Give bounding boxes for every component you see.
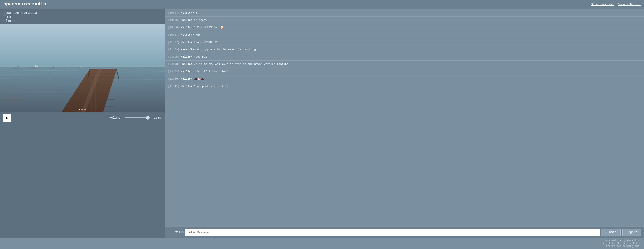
svg-point-16 xyxy=(76,67,82,69)
show-schedule-link[interactable]: Show schedule xyxy=(618,3,641,6)
svg-point-8 xyxy=(13,67,20,69)
chat-message: [04:08] <mills> mebe, if i have time! xyxy=(165,68,644,76)
svg-point-11 xyxy=(29,67,38,69)
message-time: [11:30] xyxy=(168,77,181,81)
slide-dot-3[interactable] xyxy=(84,109,86,110)
message-user: <mills> xyxy=(181,63,192,66)
message-time: [04:08] xyxy=(168,70,181,73)
message-text: MERRY CHRISTMAS 🎅 xyxy=(192,26,224,29)
volume-slider-container xyxy=(125,117,150,118)
right-panel: [10:34] <steven> : )[10:35] <mills> oh h… xyxy=(165,9,644,238)
message-text: 🎩👀🎩 xyxy=(192,77,204,81)
message-text: mebe, if i have time! xyxy=(192,70,228,73)
show-userlist-link[interactable]: Show userlist xyxy=(591,3,614,6)
chat-input-area: mills Submit Logout xyxy=(165,227,644,238)
chat-username: mills xyxy=(167,231,184,234)
footer-source-link[interactable]: here. xyxy=(633,242,641,245)
message-time: [11:07] xyxy=(168,41,181,44)
svg-point-19 xyxy=(98,68,102,69)
message-user: <mills> xyxy=(181,41,192,44)
chat-message: [11:41] <mills> New updates are live! xyxy=(165,83,644,90)
message-input[interactable] xyxy=(186,228,600,236)
player-controls: ▶ Volume 100% xyxy=(0,112,165,124)
footer: made with ♥ by dmamills. checkout the so… xyxy=(0,238,644,249)
message-user: <mills> xyxy=(181,26,192,29)
chat-message: [10:35] <mills> oh haaay xyxy=(165,17,644,24)
message-user: <scruffy> xyxy=(181,48,196,51)
slide-dot-2[interactable] xyxy=(82,109,83,110)
site-title: opensourceradio xyxy=(3,2,46,7)
message-text: WHY xyxy=(194,33,200,37)
slide-dot-1[interactable] xyxy=(78,109,80,110)
svg-rect-9 xyxy=(18,66,18,69)
message-time: [10:57] xyxy=(168,33,181,37)
chat-messages[interactable]: [10:34] <steven> : )[10:35] <mills> oh h… xyxy=(165,9,644,227)
volume-thumb[interactable] xyxy=(146,116,150,120)
message-text: yeee boi xyxy=(192,55,207,58)
svg-point-24 xyxy=(144,67,148,68)
message-text: New updates are live! xyxy=(192,85,228,88)
svg-point-21 xyxy=(126,68,132,70)
message-text: oh haaay xyxy=(192,19,207,22)
chat-message: [11:30] <mills> 🎩👀🎩 xyxy=(165,76,644,83)
message-time: [10:35] xyxy=(168,19,181,22)
message-text: OMARS COMIN' YO! xyxy=(192,41,220,44)
footer-author[interactable]: dmamills. xyxy=(627,239,641,242)
svg-rect-15 xyxy=(53,66,54,69)
message-time: [04:08] xyxy=(168,55,181,58)
chat-message: [11:07] <mills> OMARS COMIN' YO! xyxy=(165,39,644,46)
chat-message: [10:57] <steven> WHY xyxy=(165,32,644,39)
logout-button[interactable]: Logout xyxy=(622,228,642,236)
left-panel: opensourceradio domo alone xyxy=(0,9,165,238)
main-content: opensourceradio domo alone xyxy=(0,9,644,238)
message-user: <mills> xyxy=(181,85,192,88)
message-time: [11:41] xyxy=(168,85,181,88)
chat-message: [04:08] <mills> yeee boi xyxy=(165,53,644,61)
chat-message: [11:03] <scruffy> Ooh upgrade to the use… xyxy=(165,46,644,53)
now-playing: opensourceradio domo alone xyxy=(0,9,165,25)
footer-text3: thanks for hanging out. xyxy=(606,245,641,248)
svg-point-23 xyxy=(88,67,91,68)
svg-point-25 xyxy=(155,68,158,69)
message-user: <mills> xyxy=(181,19,192,22)
track-album: alone xyxy=(3,19,161,23)
track-title: opensourceradio xyxy=(3,11,161,15)
album-art xyxy=(0,25,165,112)
message-user: <steven> xyxy=(181,11,194,15)
message-user: <mills> xyxy=(181,77,192,81)
volume-label: Volume xyxy=(109,116,120,120)
message-user: <mills> xyxy=(181,55,192,58)
svg-point-20 xyxy=(112,68,117,69)
volume-percent: 100% xyxy=(154,116,161,120)
message-text: : ) xyxy=(194,11,200,15)
message-time: [11:03] xyxy=(168,48,181,51)
svg-rect-12 xyxy=(35,65,36,68)
track-artist: domo xyxy=(3,15,161,19)
message-user: <steven> xyxy=(181,33,194,37)
play-icon: ▶ xyxy=(6,116,8,120)
chat-message: [04:08] <mills> Going to try and move it… xyxy=(165,61,644,68)
message-time: [10:34] xyxy=(168,11,181,15)
chat-message: [10:34] <steven> : ) xyxy=(165,10,644,17)
svg-point-14 xyxy=(49,68,56,69)
svg-rect-43 xyxy=(3,95,22,100)
message-time: [10:56] xyxy=(168,26,181,29)
chat-message: [10:56] <mills> MERRY CHRISTMAS 🎅 xyxy=(165,24,644,31)
header-links: Show userlist Show schedule xyxy=(591,3,641,6)
footer-text1: made with ♥ by xyxy=(604,239,627,242)
submit-button[interactable]: Submit xyxy=(601,228,620,236)
message-user: <mills> xyxy=(181,70,192,73)
svg-rect-17 xyxy=(80,66,81,68)
slide-indicator xyxy=(78,109,86,110)
message-text: Ooh upgrade to the user list styling xyxy=(196,48,256,51)
message-time: [04:08] xyxy=(168,63,181,66)
footer-text2: checkout the source xyxy=(603,242,633,245)
volume-slider[interactable] xyxy=(125,117,150,118)
play-button[interactable]: ▶ xyxy=(3,114,11,122)
svg-point-22 xyxy=(63,67,66,68)
message-text: Going to try and move it over to the new… xyxy=(192,63,288,66)
header: opensourceradio Show userlist Show sched… xyxy=(0,0,644,9)
